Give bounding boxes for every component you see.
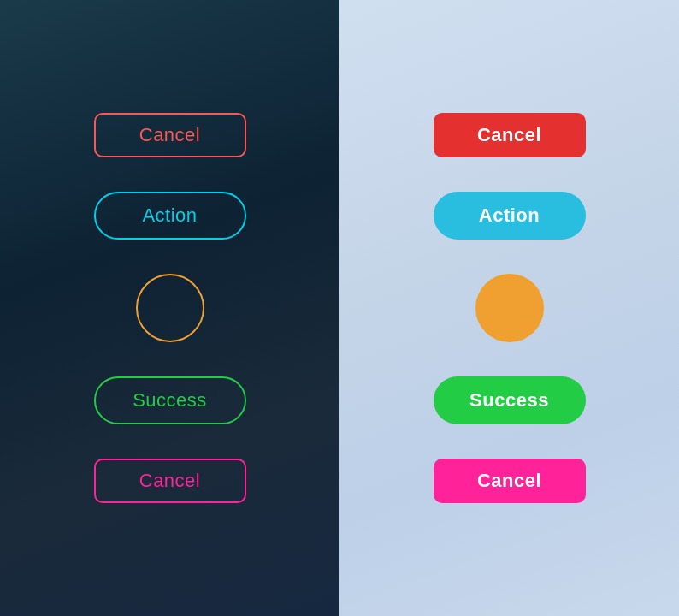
- action-outline-button[interactable]: Action: [94, 192, 246, 240]
- success-filled-button[interactable]: Success: [434, 376, 586, 424]
- success-outline-button[interactable]: Success: [94, 376, 246, 424]
- left-panel: Cancel Action Success Cancel: [0, 0, 340, 616]
- cancel-pink-filled-button[interactable]: Cancel: [434, 459, 586, 503]
- action-filled-button[interactable]: Action: [434, 192, 586, 240]
- cancel-filled-button[interactable]: Cancel: [434, 113, 586, 157]
- circle-filled-button[interactable]: [475, 274, 544, 342]
- cancel-pink-outline-button[interactable]: Cancel: [94, 459, 246, 503]
- right-panel: Cancel Action Success Cancel: [340, 0, 679, 616]
- cancel-outline-button[interactable]: Cancel: [94, 113, 246, 157]
- circle-outline-button[interactable]: [136, 274, 204, 342]
